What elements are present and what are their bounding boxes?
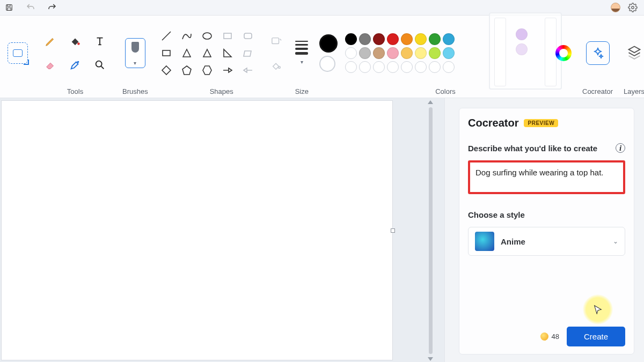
color-1-swatch[interactable] bbox=[319, 34, 338, 53]
text-tool[interactable] bbox=[88, 30, 112, 53]
color-picker-tool[interactable] bbox=[63, 54, 87, 76]
svg-point-5 bbox=[77, 61, 79, 63]
describe-label: Describe what you'd like to create bbox=[468, 144, 597, 153]
svg-point-3 bbox=[632, 6, 634, 9]
size-dropdown[interactable]: ▾ bbox=[295, 41, 308, 65]
style-value: Anime bbox=[501, 237, 606, 246]
group-label-layers: Layers bbox=[624, 85, 644, 97]
svg-rect-1 bbox=[8, 5, 10, 6]
prompt-input[interactable]: Dog surfing while wearing a top hat. bbox=[468, 160, 625, 194]
scroll-up-icon[interactable] bbox=[428, 100, 433, 104]
svg-rect-2 bbox=[8, 8, 11, 11]
brushes-dropdown[interactable]: ▾ bbox=[125, 38, 145, 68]
scroll-down-icon[interactable] bbox=[428, 357, 433, 361]
svg-line-7 bbox=[162, 32, 171, 40]
eraser-tool[interactable] bbox=[39, 54, 62, 76]
cocreator-button[interactable] bbox=[586, 41, 610, 65]
undo-button[interactable] bbox=[25, 2, 36, 13]
style-thumbnail bbox=[475, 232, 494, 251]
color-overlay-obstruction bbox=[493, 21, 558, 85]
save-button[interactable] bbox=[3, 2, 15, 13]
info-icon[interactable]: i bbox=[616, 143, 625, 153]
settings-button[interactable] bbox=[628, 3, 638, 12]
cocreator-panel: Cocreator PREVIEW Describe what you'd li… bbox=[444, 98, 644, 362]
fill-tool[interactable] bbox=[63, 30, 87, 53]
group-label-brushes: Brushes bbox=[122, 85, 148, 97]
shape-fill-dropdown[interactable] bbox=[268, 58, 284, 72]
pencil-tool[interactable] bbox=[39, 30, 62, 53]
resize-handle-right[interactable] bbox=[391, 228, 395, 233]
group-label-cocreator: Cocreator bbox=[582, 85, 613, 97]
layers-button[interactable] bbox=[627, 45, 642, 62]
cursor-highlight bbox=[583, 294, 613, 324]
credits-value: 48 bbox=[552, 333, 559, 341]
redo-button[interactable] bbox=[46, 2, 58, 13]
svg-rect-11 bbox=[163, 50, 170, 56]
svg-point-13 bbox=[278, 66, 280, 68]
svg-rect-10 bbox=[244, 33, 252, 39]
group-label-size: Size bbox=[295, 85, 309, 97]
shape-outline-dropdown[interactable] bbox=[268, 34, 284, 48]
ribbon-toolbar: Tools ▾ Brushes bbox=[0, 15, 644, 98]
coin-icon bbox=[540, 333, 548, 341]
style-dropdown[interactable]: Anime ⌄ bbox=[468, 227, 625, 256]
canvas-area bbox=[0, 98, 444, 362]
svg-point-8 bbox=[203, 33, 211, 39]
svg-point-4 bbox=[77, 42, 80, 45]
profile-avatar[interactable] bbox=[611, 3, 620, 12]
svg-rect-12 bbox=[272, 38, 279, 43]
magnifier-tool[interactable] bbox=[88, 54, 112, 76]
edit-colors-button[interactable] bbox=[555, 45, 572, 61]
image-select-tool[interactable] bbox=[8, 42, 28, 64]
group-label-shapes: Shapes bbox=[210, 85, 233, 97]
prompt-text: Dog surfing while wearing a top hat. bbox=[475, 168, 618, 177]
canvas[interactable] bbox=[1, 100, 393, 360]
scrollbar-track[interactable] bbox=[429, 107, 433, 354]
cocreator-title-text: Cocreator bbox=[468, 117, 518, 129]
credits-counter: 48 bbox=[540, 333, 559, 341]
shapes-gallery[interactable] bbox=[159, 29, 255, 77]
group-label-tools: Tools bbox=[67, 85, 83, 97]
color-palette[interactable] bbox=[345, 33, 482, 73]
preview-badge: PREVIEW bbox=[524, 119, 558, 127]
workspace: Cocreator PREVIEW Describe what you'd li… bbox=[0, 98, 644, 362]
cocreator-title: Cocreator PREVIEW bbox=[468, 117, 625, 129]
style-label: Choose a style bbox=[468, 210, 625, 219]
svg-rect-9 bbox=[224, 33, 231, 39]
color-2-swatch[interactable] bbox=[319, 56, 335, 72]
svg-point-6 bbox=[96, 61, 102, 67]
chevron-down-icon: ⌄ bbox=[613, 238, 618, 245]
create-button[interactable]: Create bbox=[567, 327, 625, 346]
group-label-colors: Colors bbox=[435, 85, 456, 97]
